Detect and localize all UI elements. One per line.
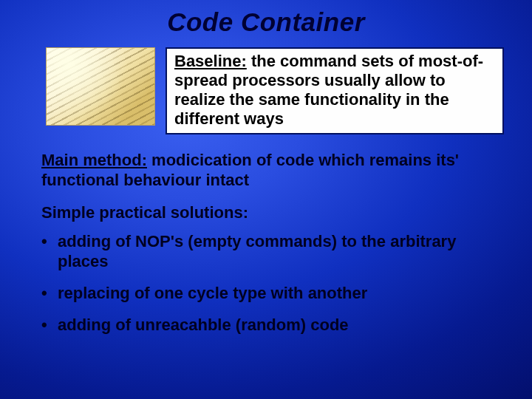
baseline-label: Baseline:	[174, 52, 247, 70]
list-item: replacing of one cycle type with another	[41, 284, 504, 304]
body-content: Main method: modicication of code which …	[0, 134, 532, 335]
bullet-list: adding of NOP's (empty commands) to the …	[41, 232, 504, 335]
image-glow	[47, 48, 154, 125]
main-method-label: Main method:	[41, 151, 147, 169]
slide: Code Container Baseline: the command set…	[0, 0, 532, 399]
list-item: adding of unreacahble (random) code	[41, 316, 504, 335]
binary-code-image	[46, 47, 155, 126]
main-method: Main method: modicication of code which …	[41, 151, 504, 191]
slide-title: Code Container	[0, 0, 532, 37]
baseline-box: Baseline: the command sets of most-of-sp…	[166, 47, 504, 134]
top-row: Baseline: the command sets of most-of-sp…	[0, 37, 532, 134]
solutions-title: Simple practical solutions:	[41, 203, 504, 223]
list-item: adding of NOP's (empty commands) to the …	[41, 232, 504, 272]
